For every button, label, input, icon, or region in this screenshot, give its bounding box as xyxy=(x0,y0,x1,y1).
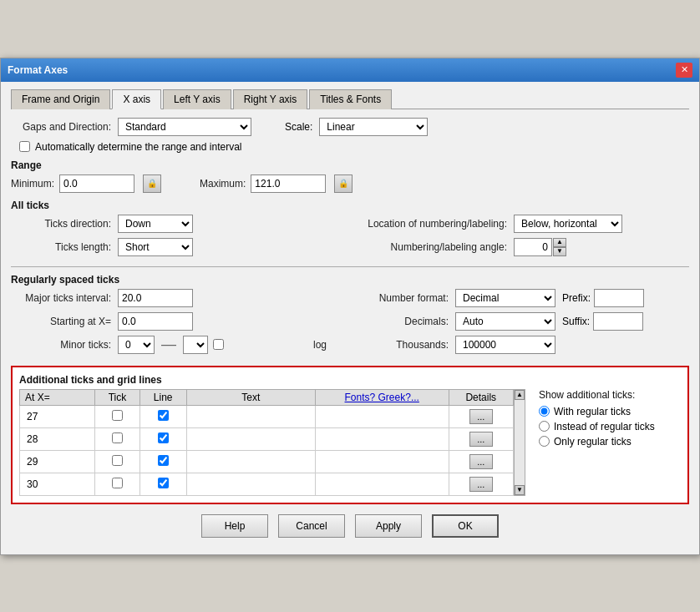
major-interval-input[interactable] xyxy=(118,289,193,307)
prefix-input[interactable] xyxy=(594,289,644,307)
cell-details-0: ... xyxy=(449,405,513,427)
decimals-row: Decimals: Auto 0 1 2 3 Suffix: xyxy=(357,312,689,331)
window-title: Format Axes xyxy=(8,64,68,76)
details-btn-1[interactable]: ... xyxy=(469,432,493,447)
text-input-3[interactable] xyxy=(213,475,288,493)
details-btn-0[interactable]: ... xyxy=(469,409,493,424)
tab-right-y[interactable]: Right Y axis xyxy=(233,89,308,109)
additional-ticks-layout: At X= Tick Line Text Fonts? Greek?... De… xyxy=(19,389,681,496)
all-ticks-left: Ticks direction: Up Down Both None Ticks… xyxy=(11,215,343,261)
line-check-2[interactable] xyxy=(158,455,169,466)
angle-spin-down[interactable]: ▼ xyxy=(553,247,566,256)
text-input-0[interactable] xyxy=(213,407,288,426)
angle-input[interactable] xyxy=(514,238,552,256)
ticks-direction-select[interactable]: Up Down Both None xyxy=(118,215,193,233)
suffix-input[interactable] xyxy=(593,312,643,331)
radio-instead-of-regular-input[interactable] xyxy=(539,421,550,432)
cell-tick-0 xyxy=(95,405,140,427)
thousands-label: Thousands: xyxy=(357,339,449,351)
cell-text-2 xyxy=(186,450,315,473)
scale-select[interactable]: Linear Log Reciprocal Probability xyxy=(319,118,428,136)
location-select[interactable]: Below, horizontal Above, horizontal Belo… xyxy=(514,215,622,233)
tick-check-3[interactable] xyxy=(112,478,123,488)
tick-check-0[interactable] xyxy=(112,410,123,421)
cell-line-3 xyxy=(139,473,186,495)
line-check-0[interactable] xyxy=(158,410,169,421)
minor-ticks-style-select[interactable]: ─ xyxy=(183,336,208,354)
additional-ticks-section: Additional ticks and grid lines At X= Ti… xyxy=(11,366,689,504)
col-header-fonts[interactable]: Fonts? Greek?... xyxy=(315,389,449,405)
tab-frame-origin[interactable]: Frame and Origin xyxy=(11,89,110,109)
cell-line-1 xyxy=(139,427,186,450)
ok-button[interactable]: OK xyxy=(432,514,499,538)
suffix-label: Suffix: xyxy=(562,316,590,327)
location-label: Location of numbering/labeling: xyxy=(357,218,507,230)
atx-input-2[interactable] xyxy=(23,453,86,471)
radio-with-regular-input[interactable] xyxy=(539,406,550,417)
atx-input-0[interactable] xyxy=(23,407,86,426)
radio-instead-of-regular: Instead of regular ticks xyxy=(539,421,681,432)
regularly-spaced-section: Major ticks interval: Starting at X= Min… xyxy=(11,289,689,359)
minor-ticks-select[interactable]: 0 1 2 4 9 xyxy=(118,336,155,354)
text-input-1[interactable] xyxy=(213,430,288,448)
maximum-lock-button[interactable]: 🔒 xyxy=(334,174,353,193)
tab-titles-fonts[interactable]: Titles & Fonts xyxy=(309,89,392,109)
ticks-length-select[interactable]: Short Medium Long None xyxy=(118,238,193,256)
thousands-select[interactable]: 100000 1000 None xyxy=(455,336,555,354)
table-row: ... xyxy=(20,405,514,427)
details-btn-2[interactable]: ... xyxy=(469,454,493,469)
tab-x-axis[interactable]: X axis xyxy=(112,89,161,109)
log-label: log xyxy=(226,339,327,351)
cell-text-3 xyxy=(186,473,315,495)
tick-check-1[interactable] xyxy=(112,432,123,443)
scale-label: Scale: xyxy=(285,121,312,133)
text-input-2[interactable] xyxy=(213,453,288,471)
table-container: At X= Tick Line Text Fonts? Greek?... De… xyxy=(19,389,514,496)
maximum-item: Maximum: 🔒 xyxy=(200,174,353,193)
regularly-spaced-header: Regularly spaced ticks xyxy=(11,274,689,286)
radio-instead-of-regular-label: Instead of regular ticks xyxy=(554,421,655,432)
starting-at-row: Starting at X= xyxy=(11,312,343,331)
cancel-button[interactable]: Cancel xyxy=(278,514,345,538)
gaps-direction-select[interactable]: Standard None Skip gaps Reverse xyxy=(118,118,251,136)
atx-input-1[interactable] xyxy=(23,430,86,448)
radio-only-regular-input[interactable] xyxy=(539,436,550,447)
cell-text-0 xyxy=(186,405,315,427)
number-format-select[interactable]: Decimal Scientific Engineering Custom xyxy=(455,289,555,307)
starting-at-input[interactable] xyxy=(118,312,193,331)
scrollbar[interactable]: ▲ ▼ xyxy=(514,389,525,496)
help-button[interactable]: Help xyxy=(201,514,268,538)
minor-ticks-label: Minor ticks: xyxy=(11,339,111,351)
table-row: ... xyxy=(20,473,514,495)
minimum-lock-button[interactable]: 🔒 xyxy=(143,174,161,193)
table-header-row: At X= Tick Line Text Fonts? Greek?... De… xyxy=(20,389,514,405)
minor-ticks-controls: 0 1 2 4 9 — ─ log xyxy=(118,336,333,354)
angle-spin-up[interactable]: ▲ xyxy=(553,238,566,247)
numbering-angle-label: Numbering/labeling angle: xyxy=(357,241,507,253)
atx-input-3[interactable] xyxy=(23,475,86,493)
line-check-3[interactable] xyxy=(158,478,169,488)
apply-button[interactable]: Apply xyxy=(355,514,422,538)
format-axes-window: Format Axes ✕ Frame and Origin X axis Le… xyxy=(0,58,700,555)
ticks-length-row: Ticks length: Short Medium Long None xyxy=(11,238,343,256)
scroll-down-button[interactable]: ▼ xyxy=(515,485,525,495)
col-header-text: Text xyxy=(186,389,315,405)
tab-left-y[interactable]: Left Y axis xyxy=(163,89,231,109)
show-ticks-label: Show additional ticks: xyxy=(539,389,681,401)
tick-check-2[interactable] xyxy=(112,455,123,466)
cell-details-3: ... xyxy=(449,473,513,495)
auto-range-checkbox[interactable] xyxy=(19,141,30,152)
decimals-select[interactable]: Auto 0 1 2 3 xyxy=(455,312,555,331)
close-button[interactable]: ✕ xyxy=(676,63,692,78)
scroll-up-button[interactable]: ▲ xyxy=(515,390,525,400)
log-checkbox[interactable] xyxy=(213,339,224,350)
cell-atx-2 xyxy=(20,450,95,473)
cell-fonts-1 xyxy=(315,427,449,450)
details-btn-3[interactable]: ... xyxy=(469,477,493,492)
minimum-input[interactable] xyxy=(59,174,134,193)
table-row: ... xyxy=(20,427,514,450)
cell-details-2: ... xyxy=(449,450,513,473)
line-check-1[interactable] xyxy=(158,432,169,443)
log-check: log xyxy=(213,339,333,351)
maximum-input[interactable] xyxy=(251,174,326,193)
